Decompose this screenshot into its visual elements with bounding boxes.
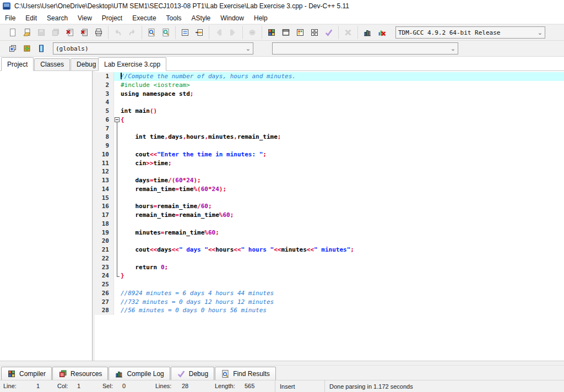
code-line[interactable]: 11 cin>>time; [95,159,564,168]
redo-icon [128,28,137,37]
menu-help[interactable]: Help [249,12,273,24]
syntax-check-icon [324,28,333,37]
toolbar-group [142,26,175,39]
code-line[interactable]: 7 [95,124,564,133]
line-number: 8 [95,133,114,141]
project-panel[interactable] [0,71,93,361]
tab-compile-log[interactable]: Compile Log [109,367,170,380]
code-line[interactable]: 28//56 minutes = 0 days 0 hours 56 minut… [95,306,564,315]
code-line[interactable]: 18 [95,220,564,228]
status-length-value: 565 [245,383,254,389]
scope-select[interactable]: (globals) ⌄ [53,42,253,55]
line-number: 17 [95,211,114,220]
print-button[interactable] [91,26,106,39]
code-line[interactable]: 13 days=time/(60*24); [95,176,564,185]
code-line[interactable]: 20 [95,237,564,246]
code-line[interactable]: 27//732 minutes = 0 days 12 hours 12 min… [95,298,564,307]
code-line[interactable]: 16 hours=remain_time/60; [95,202,564,211]
code-line[interactable]: 26//8924 minutes = 6 days 4 hours 44 min… [95,289,564,298]
tab-lab-exercise-3-cpp[interactable]: Lab Exercise 3.cpp [98,57,166,71]
menu-window[interactable]: Window [215,12,249,24]
menu-file[interactable]: File [0,12,20,24]
tab-classes[interactable]: Classes [34,58,70,70]
code-line[interactable]: 22 [95,254,564,263]
profile-delete-button[interactable] [375,26,389,39]
goto-line-button[interactable] [178,26,192,39]
new-window-button[interactable] [6,42,20,55]
tab-find-results[interactable]: Find Results [215,367,276,380]
add-item-button[interactable] [20,42,34,55]
line-number: 3 [95,90,114,99]
tab-strip: ProjectClassesDebug Lab Exercise 3.cpp [0,57,564,71]
code-line[interactable]: 24} [95,271,564,280]
menu-edit[interactable]: Edit [20,12,42,24]
open-file-button[interactable] [20,26,34,39]
code-line[interactable]: 6−{ [95,116,564,124]
close-all-button[interactable] [77,26,91,39]
new-file-button[interactable] [6,26,20,39]
fold-margin [114,271,121,280]
code-line[interactable]: 23 return 0; [95,263,564,272]
code-line[interactable]: 12 [95,167,564,176]
line-number: 11 [95,159,114,168]
code-line[interactable]: 8 int time,days,hours,minutes,remain_tim… [95,133,564,141]
code-text: //56 minutes = 0 days 0 hours 56 minutes [121,306,564,315]
compile-button[interactable] [264,26,279,39]
line-number: 4 [95,98,114,107]
status-sel-label: Sel: [102,383,113,389]
code-line[interactable]: 5int main() [95,107,564,116]
back-button [212,26,226,39]
code-line[interactable]: 9 [95,141,564,150]
code-line[interactable]: 1//Compute the number of days, hours and… [95,72,564,81]
code-line[interactable]: 21 cout<<days<<" days "<<hours<<" hours … [95,246,564,254]
code-line[interactable]: 17 remain_time=remain_time%60; [95,211,564,220]
tab-resources[interactable]: Resources [52,367,108,380]
run-button[interactable] [279,26,293,39]
tab-debug[interactable]: Debug [171,367,214,380]
member-select[interactable]: ⌄ [272,42,458,55]
menu-project[interactable]: Project [97,12,127,24]
status-length-label: Length: [215,383,235,389]
compile-run-button[interactable] [293,26,307,39]
find-icon [147,28,156,37]
rebuild-button[interactable] [307,26,322,39]
bookmark-button[interactable] [34,42,48,55]
tab-project[interactable]: Project [1,57,34,71]
report-splitter[interactable] [0,361,564,365]
code-line[interactable]: 10 cout<<"Enter the time in minutes: "; [95,150,564,159]
close-button[interactable] [63,26,77,39]
menu-tools[interactable]: Tools [161,12,187,24]
menu-search[interactable]: Search [42,12,73,24]
menu-view[interactable]: View [73,12,97,24]
find-button[interactable] [144,26,159,39]
fold-margin [114,280,121,289]
syntax-check-icon [177,369,186,378]
code-line[interactable]: 4 [95,98,564,107]
code-text: //Compute the number of days, hours and … [121,72,564,81]
menu-execute[interactable]: Execute [127,12,161,24]
code-text: remain_time=remain_time%60; [121,211,564,220]
code-editor[interactable]: 1//Compute the number of days, hours and… [95,71,564,361]
compiler-select[interactable]: TDM-GCC 4.9.2 64-bit Release ⌄ [395,26,545,39]
code-line[interactable]: 19 minutes=remain_time%60; [95,228,564,237]
line-number: 7 [95,124,114,133]
tab-compiler[interactable]: Compiler [1,367,52,380]
code-line[interactable]: 3using namespace std; [95,90,564,99]
tab-label: Compiler [19,370,46,378]
status-lines-value: 28 [182,383,188,389]
code-line[interactable]: 14 remain_time=time%(60*24); [95,185,564,194]
menu-astyle[interactable]: AStyle [187,12,216,24]
fold-toggle[interactable]: − [114,116,121,124]
line-number: 16 [95,202,114,211]
chevron-down-icon: ⌄ [538,29,543,36]
main-toolbar: TDM-GCC 4.9.2 64-bit Release ⌄ [0,24,564,41]
syntax-check-button[interactable] [322,26,336,39]
code-line[interactable]: 25 [95,280,564,289]
profile-icon [115,369,123,378]
code-line[interactable]: 2#include <iostream> [95,81,564,90]
profile-button[interactable] [360,26,375,39]
goto-function-button[interactable] [192,26,207,39]
line-number: 25 [95,280,114,289]
code-line[interactable]: 15 [95,194,564,203]
replace-button[interactable] [159,26,173,39]
